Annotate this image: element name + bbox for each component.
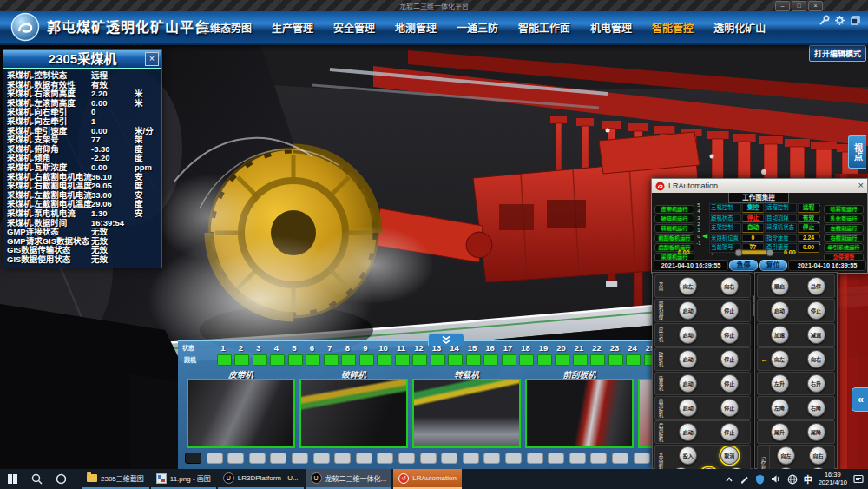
tray-expand-icon[interactable] bbox=[725, 475, 733, 484]
round-button-启动[interactable]: 启动 bbox=[679, 301, 697, 320]
wrench-icon[interactable] bbox=[819, 15, 830, 26]
nav-item[interactable]: 三维态势图 bbox=[200, 20, 252, 35]
round-button-取消[interactable]: 取消 bbox=[720, 446, 739, 465]
gear-icon[interactable] bbox=[834, 15, 845, 26]
pager-pill[interactable] bbox=[398, 453, 415, 464]
pager-pill[interactable] bbox=[185, 453, 201, 464]
round-button-启动[interactable]: 启动 bbox=[679, 423, 697, 441]
round-button-停止[interactable]: 停止 bbox=[720, 374, 739, 393]
round-button-左升[interactable]: 左升 bbox=[771, 374, 789, 393]
shield-icon[interactable] bbox=[755, 474, 765, 485]
restore-window-icon[interactable] bbox=[850, 15, 861, 26]
pager-pill[interactable] bbox=[377, 453, 393, 464]
viewpoint-tab[interactable]: 视点 bbox=[848, 135, 866, 169]
minimize-button[interactable]: – bbox=[775, 1, 790, 11]
round-button-向右[interactable]: 向右 bbox=[809, 446, 827, 465]
maximize-button[interactable]: □ bbox=[792, 1, 806, 11]
round-button-启动[interactable]: 启动 bbox=[679, 350, 697, 368]
pager-pill[interactable] bbox=[334, 453, 351, 464]
round-button-向右[interactable]: 向右 bbox=[807, 350, 825, 368]
round-button-向右[interactable]: 向右 bbox=[720, 277, 739, 295]
support-status-square bbox=[483, 354, 498, 366]
taskbar-app[interactable]: ULR3DPlatform - U... bbox=[218, 469, 304, 489]
round-button-停止[interactable]: 停止 bbox=[720, 326, 739, 344]
pager-pill[interactable] bbox=[420, 453, 437, 464]
taskbar-app[interactable]: 11.png - 画图 bbox=[151, 469, 216, 489]
nav-item[interactable]: 透明化矿山 bbox=[713, 20, 766, 35]
pager-pill[interactable] bbox=[612, 453, 628, 464]
pager-pill[interactable] bbox=[569, 453, 586, 464]
workface-control-tab[interactable]: 工作面集控 bbox=[728, 193, 789, 203]
pager-pill[interactable] bbox=[356, 453, 372, 464]
round-button-停止[interactable]: 停止 bbox=[720, 301, 739, 320]
taskbar-app[interactable]: 2305三维截图 bbox=[82, 469, 149, 489]
pager-pill[interactable] bbox=[483, 453, 500, 464]
camera-thumbnail[interactable] bbox=[638, 379, 653, 448]
pager-pill[interactable] bbox=[527, 453, 543, 464]
camera-thumbnail[interactable] bbox=[525, 379, 634, 448]
network-globe-icon[interactable] bbox=[787, 474, 798, 485]
round-button-尾降[interactable]: 尾降 bbox=[807, 423, 825, 441]
round-button-向左[interactable]: 向左 bbox=[679, 277, 697, 295]
panel-close-icon[interactable]: × bbox=[145, 52, 159, 66]
nav-item[interactable]: 智能管控 bbox=[652, 20, 694, 35]
round-button-总停[interactable]: 总停 bbox=[807, 277, 825, 295]
reset-button[interactable]: 复位 bbox=[759, 260, 787, 271]
round-button-启动[interactable]: 启动 bbox=[771, 301, 789, 320]
pager-pill[interactable] bbox=[548, 453, 564, 464]
round-button-启动[interactable]: 启动 bbox=[679, 374, 697, 393]
pager-pill[interactable] bbox=[292, 453, 308, 464]
search-icon[interactable] bbox=[24, 469, 49, 489]
pager-pill[interactable] bbox=[590, 453, 607, 464]
round-button-向左[interactable]: 向左 bbox=[771, 350, 789, 368]
round-button-停止[interactable]: 停止 bbox=[720, 423, 739, 441]
pager-pill[interactable] bbox=[441, 453, 457, 464]
pager-pill[interactable] bbox=[207, 453, 223, 464]
round-button-减速[interactable]: 减速 bbox=[807, 326, 825, 344]
estop-button[interactable]: 急停 bbox=[729, 260, 758, 271]
pager-pill[interactable] bbox=[249, 453, 266, 464]
round-button-启动[interactable]: 启动 bbox=[679, 399, 697, 417]
pager-pill[interactable] bbox=[227, 453, 244, 464]
ime-indicator[interactable]: 中 bbox=[804, 472, 812, 486]
taskbar-app[interactable]: U龙软二三维一体化... bbox=[306, 469, 392, 489]
nav-item[interactable]: 智能工作面 bbox=[518, 20, 570, 35]
pager-pill[interactable] bbox=[463, 453, 479, 464]
round-button-尾升[interactable]: 尾升 bbox=[771, 423, 789, 441]
camera-thumbnail[interactable] bbox=[412, 379, 521, 448]
cortana-icon[interactable] bbox=[49, 469, 73, 489]
pager-pill[interactable] bbox=[505, 453, 522, 464]
pager-pill[interactable] bbox=[634, 453, 650, 464]
nav-item[interactable]: 一通三防 bbox=[457, 20, 498, 35]
round-button-向左[interactable]: 向左 bbox=[777, 446, 795, 465]
notification-center-icon[interactable] bbox=[853, 474, 864, 484]
camera-thumbnail[interactable] bbox=[187, 379, 295, 448]
start-button[interactable] bbox=[0, 469, 24, 489]
nav-item[interactable]: 机电管理 bbox=[590, 20, 632, 35]
nav-item[interactable]: 安全管理 bbox=[333, 20, 375, 35]
pager-pill[interactable] bbox=[313, 453, 330, 464]
round-button-右降[interactable]: 右降 bbox=[807, 399, 825, 417]
pen-icon[interactable] bbox=[740, 474, 749, 484]
round-button-停止[interactable]: 停止 bbox=[720, 399, 739, 417]
nav-item[interactable]: 生产管理 bbox=[272, 20, 313, 35]
round-button-右升[interactable]: 右升 bbox=[807, 374, 825, 393]
taskbar-clock[interactable]: 16:39 2021/4/10 bbox=[819, 472, 847, 486]
round-button-停止[interactable]: 停止 bbox=[720, 350, 739, 368]
collapse-left-icon[interactable]: « bbox=[852, 387, 868, 412]
open-edit-mode-button[interactable]: 打开编辑模式 bbox=[809, 45, 866, 62]
taskbar-app[interactable]: ↺LRAutomation bbox=[393, 469, 462, 489]
close-button[interactable]: × bbox=[808, 1, 823, 11]
speaker-icon[interactable] bbox=[771, 474, 781, 484]
round-button-顺启[interactable]: 顺启 bbox=[771, 277, 789, 295]
round-button-左降[interactable]: 左降 bbox=[771, 399, 789, 417]
round-button-停止[interactable]: 停止 bbox=[807, 301, 825, 320]
round-button-加速[interactable]: 加速 bbox=[771, 326, 789, 344]
pager-pill[interactable] bbox=[270, 453, 286, 464]
nav-item[interactable]: 地测管理 bbox=[395, 20, 437, 35]
round-button-投入[interactable]: 投入 bbox=[679, 446, 697, 465]
lrautomation-close-icon[interactable]: × bbox=[858, 180, 864, 190]
camera-thumbnail[interactable] bbox=[299, 379, 408, 448]
lrautomation-title-bar[interactable]: LRAutomation × bbox=[652, 179, 867, 193]
round-button-启动[interactable]: 启动 bbox=[679, 326, 697, 344]
